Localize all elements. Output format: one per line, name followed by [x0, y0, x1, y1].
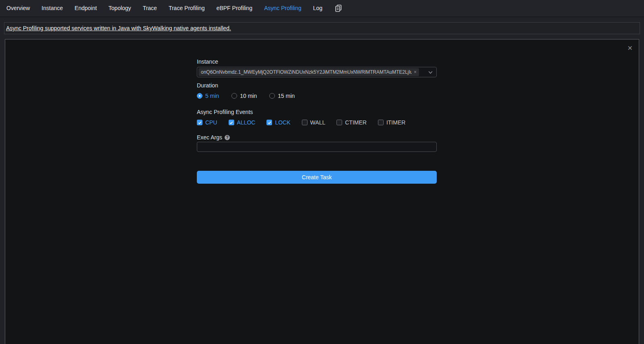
- checkbox-cpu[interactable]: CPU: [197, 119, 217, 126]
- selected-instance-tag: onQ6OnNvbmdz.1_MWEyMjQ2OTFlOWZiNDUxNzk5Y…: [198, 68, 419, 76]
- selected-instance-value: onQ6OnNvbmdz.1_MWEyMjQ2OTFlOWZiNDUxNzk5Y…: [201, 69, 412, 75]
- radio-dot-icon: [231, 93, 237, 99]
- checkbox-box-icon: [378, 120, 384, 125]
- instance-select[interactable]: onQ6OnNvbmdz.1_MWEyMjQ2OTFlOWZiNDUxNzk5Y…: [197, 67, 437, 77]
- checkbox-box-icon: [336, 120, 342, 125]
- radio-10-min[interactable]: 10 min: [231, 93, 257, 99]
- checkbox-ctimer[interactable]: CTIMER: [336, 119, 367, 126]
- create-task-form: Instance onQ6OnNvbmdz.1_MWEyMjQ2OTFlOWZi…: [197, 58, 437, 184]
- tab-overview[interactable]: Overview: [6, 0, 30, 17]
- checkbox-alloc[interactable]: ALLOC: [229, 119, 256, 126]
- radio-5-min[interactable]: 5 min: [197, 93, 219, 99]
- close-icon[interactable]: ✕: [627, 45, 633, 52]
- checkbox-itimer[interactable]: ITIMER: [378, 119, 405, 126]
- events-label: Async Profiling Events: [197, 109, 437, 116]
- checkbox-wall[interactable]: WALL: [302, 119, 326, 126]
- radio-dot-icon: [197, 93, 202, 99]
- chevron-down-icon[interactable]: [425, 70, 433, 75]
- help-icon[interactable]: ?: [225, 135, 230, 140]
- tab-topology[interactable]: Topology: [109, 0, 131, 17]
- tag-remove-icon[interactable]: ×: [414, 70, 417, 75]
- exec-args-input[interactable]: [197, 142, 437, 152]
- instance-label: Instance: [197, 58, 437, 65]
- checkmark-icon: [197, 120, 202, 125]
- tab-ebpf-profiling[interactable]: eBPF Profiling: [217, 0, 252, 17]
- banner-text: Async Profiling supported services writt…: [6, 25, 231, 31]
- checkbox-lock[interactable]: LOCK: [266, 119, 290, 126]
- radio-15-min[interactable]: 15 min: [269, 93, 295, 99]
- duration-label: Duration: [197, 82, 437, 89]
- tab-endpoint[interactable]: Endpoint: [74, 0, 97, 17]
- exec-args-label: Exec Args: [197, 134, 222, 141]
- radio-dot-icon: [269, 93, 275, 99]
- events-checkbox-group: CPU ALLOC LOCK WALL CTIMER ITIMER: [197, 119, 437, 126]
- tab-async-profiling[interactable]: Async Profiling: [264, 0, 301, 17]
- checkmark-icon: [266, 120, 272, 125]
- tab-trace[interactable]: Trace: [143, 0, 157, 17]
- top-navbar: Overview Instance Endpoint Topology Trac…: [0, 0, 644, 17]
- tab-trace-profiling[interactable]: Trace Profiling: [169, 0, 205, 17]
- duration-radio-group: 5 min 10 min 15 min: [197, 93, 437, 99]
- tab-log[interactable]: Log: [313, 0, 322, 17]
- checkbox-box-icon: [302, 120, 308, 125]
- tab-instance[interactable]: Instance: [41, 0, 63, 17]
- create-task-button[interactable]: Create Task: [197, 171, 437, 184]
- banner-note: Async Profiling supported services writt…: [4, 22, 640, 34]
- checkmark-icon: [229, 120, 234, 125]
- task-list-icon[interactable]: [335, 4, 342, 12]
